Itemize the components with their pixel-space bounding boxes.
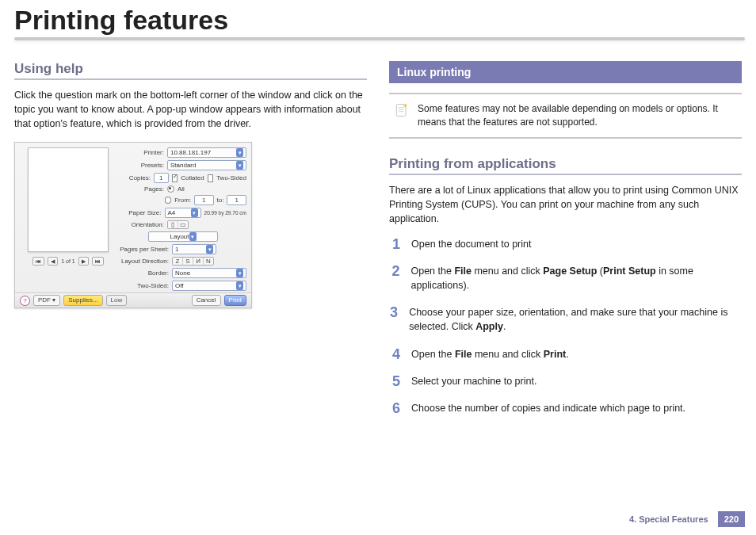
pages-all-radio[interactable] [167, 185, 174, 193]
presets-label: Presets: [120, 162, 164, 169]
step-text: Open the document to print [411, 237, 531, 251]
printer-label: Printer: [120, 149, 164, 156]
to-label: to: [217, 197, 224, 204]
step-number: 4 [389, 347, 400, 361]
step-row: 3Choose your paper size, orientation, an… [389, 305, 742, 334]
to-input[interactable]: 1 [227, 195, 246, 205]
page-title: Printing features [0, 0, 756, 37]
page-preview [28, 147, 109, 252]
step-number: 3 [389, 305, 398, 319]
step-row: 4Open the File menu and click Print. [389, 347, 742, 361]
right-column: Linux printing Some features may not be … [389, 56, 742, 428]
paper-label: Paper Size: [120, 209, 162, 216]
step-row: 2Open the File menu and click Page Setup… [389, 264, 742, 292]
pps-select[interactable]: 1▾ [172, 244, 216, 254]
pager-next-icon[interactable]: ▶ [78, 257, 89, 266]
using-help-heading: Using help [14, 61, 367, 77]
help-icon[interactable]: ? [20, 296, 30, 306]
orientation-label: Orientation: [120, 221, 164, 228]
printing-from-apps-heading: Printing from applications [389, 156, 742, 172]
footer-chapter: 4. Special Features [624, 511, 713, 527]
pps-label: Pages per Sheet: [120, 246, 169, 253]
left-column: Using help Click the question mark on th… [14, 56, 367, 428]
page-footer: 4. Special Features 220 [624, 511, 745, 527]
cancel-button[interactable]: Cancel [192, 295, 221, 306]
printer-select[interactable]: 10.88.181.197▾ [167, 147, 246, 158]
print-dialog-screenshot: ⏮ ◀ 1 of 1 ▶ ⏭ Printer: 10.88.181.197▾ P… [14, 142, 252, 308]
section-select[interactable]: Layout▾ [148, 231, 218, 242]
step-row: 1Open the document to print [389, 237, 742, 251]
pager-last-icon[interactable]: ⏭ [92, 257, 104, 266]
step-text: Choose your paper size, orientation, and… [409, 305, 742, 334]
printing-from-apps-intro: There are a lot of Linux applications th… [389, 183, 742, 226]
collated-checkbox[interactable] [172, 174, 178, 182]
collated-label: Collated [181, 174, 204, 182]
border-label: Border: [120, 269, 169, 277]
heading-rule [14, 78, 367, 80]
step-text: Open the File menu and click Print. [411, 347, 569, 361]
low-button[interactable]: Low [106, 295, 128, 306]
border-select[interactable]: None▾ [172, 268, 246, 278]
step-row: 5Select your machine to print. [389, 374, 742, 388]
portrait-icon: ▯ [168, 221, 178, 228]
layoutdir-label: Layout Direction: [120, 258, 169, 265]
layoutdir-segmented[interactable]: ZSИN [172, 257, 214, 266]
orientation-segmented[interactable]: ▯▭ [167, 220, 189, 229]
heading-rule [389, 174, 742, 175]
step-text: Select your machine to print. [411, 374, 536, 388]
linux-printing-heading: Linux printing [389, 61, 742, 83]
footer-page-number: 220 [718, 511, 745, 527]
step-row: 6Choose the number of copies and indicat… [389, 401, 742, 415]
presets-select[interactable]: Standard▾ [167, 160, 246, 170]
twosided-select[interactable]: Off▾ [172, 281, 246, 291]
step-number: 6 [389, 401, 400, 415]
using-help-body: Click the question mark on the bottom-le… [14, 88, 367, 131]
pdf-button[interactable]: PDF ▾ [33, 295, 60, 306]
twosided-chk-label: Two-Sided [216, 174, 246, 182]
step-number: 5 [389, 374, 400, 388]
pages-from-radio[interactable] [165, 197, 172, 204]
content-columns: Using help Click the question mark on th… [0, 40, 756, 428]
from-label: From: [174, 197, 191, 204]
copies-input[interactable]: 1 [154, 173, 169, 183]
dialog-options: Printer: 10.88.181.197▾ Presets: Standar… [120, 147, 246, 304]
step-number: 2 [389, 264, 399, 278]
pages-label: Pages: [120, 185, 164, 193]
note-icon [394, 102, 410, 118]
pager-prev-icon[interactable]: ◀ [48, 257, 58, 266]
from-input[interactable]: 1 [194, 195, 214, 205]
twosided-checkbox[interactable] [208, 174, 214, 182]
dialog-bottom-bar: ? PDF ▾ Supplies... Low Cancel Print [15, 292, 251, 308]
landscape-icon: ▭ [178, 221, 188, 228]
pages-all-label: All [178, 185, 185, 193]
copies-label: Copies: [120, 174, 151, 182]
note-text: Some features may not be available depen… [418, 102, 737, 129]
print-button[interactable]: Print [224, 295, 246, 306]
step-text: Open the File menu and click Page Setup … [410, 264, 742, 292]
note-block: Some features may not be available depen… [389, 93, 742, 139]
supplies-button[interactable]: Supplies... [63, 295, 102, 306]
paper-dimensions: 20.99 by 29.70 cm [204, 210, 246, 216]
steps-list: 1Open the document to print2Open the Fil… [389, 237, 742, 415]
pager-text: 1 of 1 [61, 258, 75, 264]
step-number: 1 [389, 237, 400, 251]
paper-select[interactable]: A4▾ [165, 208, 201, 218]
pager-controls: ⏮ ◀ 1 of 1 ▶ ⏭ [21, 257, 115, 266]
step-text: Choose the number of copies and indicate… [411, 401, 685, 415]
pager-first-icon[interactable]: ⏮ [32, 257, 44, 266]
dialog-preview-pane: ⏮ ◀ 1 of 1 ▶ ⏭ [21, 147, 115, 266]
twosided-label: Two-Sided: [120, 282, 169, 289]
